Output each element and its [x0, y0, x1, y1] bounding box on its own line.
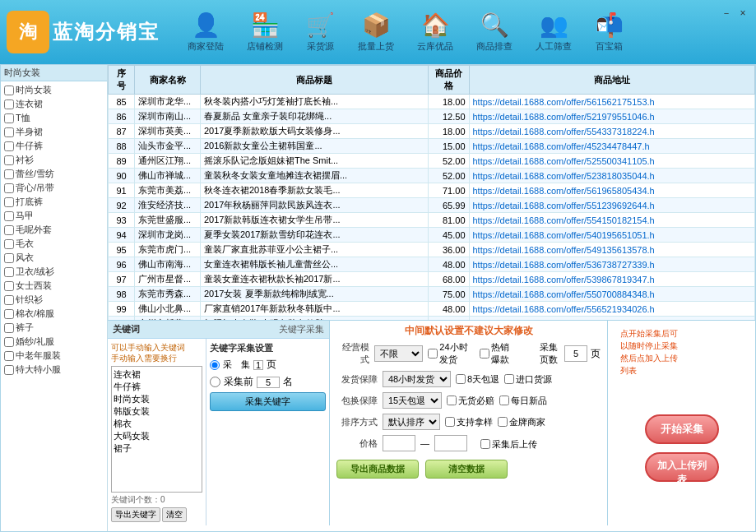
cat-label-chenshan[interactable]: 衬衫	[16, 154, 34, 166]
table-row[interactable]: 98 东莞市秀森... 2017女装 夏季新款纯棉制绒宽... 75.00 ht…	[109, 287, 755, 302]
nav-source[interactable]: 🛒 采货源	[295, 8, 346, 56]
pre-collect-count-input[interactable]	[257, 377, 280, 388]
label-collect-after-upload[interactable]: 采集后上传	[492, 438, 537, 451]
cat-checkbox-nvxizhuang[interactable]	[4, 281, 14, 291]
cat-label-nvxizhuang[interactable]: 女士西装	[16, 280, 52, 292]
cat-checkbox-hunsha[interactable]	[4, 337, 14, 347]
radio-pre-collect[interactable]	[210, 377, 220, 387]
cat-checkbox-leisi[interactable]	[4, 169, 14, 179]
cat-label-mianyi[interactable]: 棉衣/棉服	[16, 308, 54, 320]
label-8days[interactable]: 8天包退	[467, 373, 499, 386]
clear-keyword-button[interactable]: 清空	[162, 507, 187, 522]
table-wrapper[interactable]: 序号 商家名称 商品标题 商品价格 商品地址 85 深圳市龙华... 秋冬装内搭…	[108, 65, 755, 320]
checkbox-noreason[interactable]	[447, 396, 457, 405]
add-upload-button[interactable]: 加入上传列表	[645, 452, 719, 482]
cat-checkbox-mianyi[interactable]	[4, 309, 14, 319]
table-row[interactable]: 94 深圳市龙岗... 夏季女装2017新款雪纺印花连衣... 45.00 ht…	[109, 228, 755, 243]
table-row[interactable]: 91 东莞市美荔... 秋冬连衣裙2018春季新款女装毛... 71.00 ht…	[109, 183, 755, 198]
cat-checkbox-chenshan[interactable]	[4, 155, 14, 165]
radio-collect[interactable]	[210, 360, 220, 370]
cat-label-kuzi[interactable]: 裤子	[16, 322, 34, 334]
cat-checkbox-tedaoxiaof[interactable]	[4, 365, 14, 375]
cat-checkbox-fengyi[interactable]	[4, 253, 14, 263]
label-dailynew[interactable]: 每日新品	[511, 395, 547, 407]
cat-label-dadioku[interactable]: 打底裤	[16, 196, 43, 208]
cat-label-tshirt[interactable]: T恤	[16, 112, 30, 124]
export-data-button[interactable]: 导出商品数据	[336, 460, 419, 479]
cat-checkbox-weiyi[interactable]	[4, 267, 14, 277]
cat-label-weiyi[interactable]: 卫衣/绒衫	[16, 266, 54, 278]
nav-merchant-login[interactable]: 👤 商家登陆	[176, 8, 235, 56]
cat-checkbox-maoni[interactable]	[4, 225, 14, 235]
table-row[interactable]: 87 深圳市英美... 2017夏季新款欧版大码女装修身... 18.00 ht…	[109, 124, 755, 139]
nav-shop-check[interactable]: 🏪 店铺检测	[235, 8, 295, 56]
table-row[interactable]: 88 汕头市金平... 2016新款女童公主裙韩国童... 15.00 http…	[109, 139, 755, 154]
table-row[interactable]: 95 东莞市虎门... 童装厂家直批苏菲亚小公主裙子... 36.00 http…	[109, 243, 755, 257]
nav-baibaoxiang[interactable]: 📬 百宝箱	[583, 8, 635, 56]
cat-label-niuzaiku[interactable]: 牛仔裤	[16, 140, 43, 152]
nav-product-rank[interactable]: 🔍 商品排查	[465, 8, 524, 56]
checkbox-gold[interactable]	[498, 417, 508, 427]
nav-cloud-best[interactable]: 🏠 云库优品	[406, 8, 465, 56]
minimize-button[interactable]: －	[720, 7, 733, 20]
cat-label-maoni[interactable]: 毛呢外套	[16, 224, 52, 236]
clear-data-button[interactable]: 清空数据	[425, 460, 508, 479]
table-row[interactable]: 85 深圳市龙华... 秋冬装内搭小巧灯笼袖打底长袖... 18.00 http…	[109, 95, 755, 109]
table-row[interactable]: 92 淮安经济技... 2017年秋杨丽萍同款民族风连衣... 65.99 ht…	[109, 198, 755, 213]
table-row[interactable]: 96 佛山市南海... 女童连衣裙韩版长袖儿童蕾丝公... 48.00 http…	[109, 257, 755, 272]
cat-label-maoyi[interactable]: 毛衣	[16, 238, 34, 250]
cat-checkbox-maoyi[interactable]	[4, 239, 14, 249]
cat-label-tedaoxiaof[interactable]: 特大特小服	[16, 363, 61, 376]
label-24h[interactable]: 24小时发货	[439, 341, 475, 366]
nav-manual-check[interactable]: 👥 人工筛查	[524, 8, 583, 56]
table-row[interactable]: 90 佛山市禅城... 童装秋冬女装女童地摊连衣裙摆眉... 52.00 htt…	[109, 169, 755, 183]
checkbox-hotsale[interactable]	[480, 349, 489, 359]
keyword-input[interactable]: 连衣裙 牛仔裤 时尚女装 韩版女装 棉衣 大码女装 裙子	[111, 366, 202, 493]
checkbox-import[interactable]	[504, 374, 514, 384]
cat-label-zhenzhishan[interactable]: 针织衫	[16, 294, 43, 306]
collect-pages-input[interactable]	[253, 360, 263, 370]
cat-checkbox-dadioku[interactable]	[4, 197, 14, 207]
nav-batch-upload[interactable]: 📦 批量上货	[346, 8, 406, 56]
label-noreason[interactable]: 无货必赔	[458, 395, 494, 407]
cat-checkbox-lianyiqun[interactable]	[4, 99, 14, 109]
cat-label-banshenkun[interactable]: 半身裙	[16, 126, 43, 138]
price-to-input[interactable]	[434, 435, 467, 451]
table-row[interactable]: 93 东莞世盛服... 2017新款韩版连衣裙女学生吊带... 81.00 ht…	[109, 213, 755, 228]
cat-checkbox-beixin[interactable]	[4, 183, 14, 193]
sort-select[interactable]: 默认排序 价格升序 价格降序	[383, 414, 440, 430]
checkbox-sample[interactable]	[445, 417, 455, 427]
cat-label-leisi[interactable]: 蕾丝/雪纺	[16, 168, 54, 180]
page-count-input[interactable]	[564, 345, 587, 362]
cat-checkbox-niuzaiku[interactable]	[4, 141, 14, 151]
price-from-input[interactable]	[383, 435, 415, 451]
cat-label-fengyi[interactable]: 风衣	[16, 252, 34, 264]
close-button[interactable]: ×	[736, 7, 749, 20]
label-hotsale[interactable]: 热销爆款	[491, 341, 518, 366]
cat-label-hunsha[interactable]: 婚纱/礼服	[16, 335, 54, 348]
replace-select[interactable]: 15天包退 30天 不限	[383, 392, 442, 409]
cat-checkbox-zhenzhishan[interactable]	[4, 295, 14, 305]
cat-checkbox-majia[interactable]	[4, 211, 14, 221]
cat-label-lianyiqun[interactable]: 连衣裙	[16, 98, 43, 110]
cat-checkbox-zhonglaonian[interactable]	[4, 351, 14, 361]
table-row[interactable]: 86 深圳市南山... 春夏新品 女童亲子装印花绑绳... 12.50 http…	[109, 109, 755, 124]
cat-label-majia[interactable]: 马甲	[16, 210, 34, 222]
cat-label-beixin[interactable]: 背心/吊带	[16, 182, 54, 194]
cat-checkbox-timeshan[interactable]	[4, 86, 14, 95]
checkbox-24h[interactable]	[428, 349, 438, 359]
table-row[interactable]: 89 通州区江翔... 摇滚乐队记念版姐妹裙The Smit... 52.00 …	[109, 154, 755, 169]
cat-label-timeshan[interactable]: 时尚女装	[16, 84, 52, 96]
checkbox-dailynew[interactable]	[499, 396, 509, 405]
label-import[interactable]: 进口货源	[516, 373, 552, 386]
cat-label-zhonglaonian[interactable]: 中老年服装	[16, 349, 61, 362]
start-collect-button[interactable]: 开始采集	[645, 414, 719, 444]
export-keyword-button[interactable]: 导出关键字	[111, 507, 160, 522]
checkbox-8days[interactable]	[456, 374, 466, 384]
label-sample[interactable]: 支持拿样	[457, 416, 493, 428]
checkbox-collect-after-upload[interactable]	[480, 439, 490, 449]
bizmode-select[interactable]: 不限 厂家 贸易商	[374, 345, 423, 362]
table-row[interactable]: 97 广州市星督... 童装女童连衣裙秋款长袖2017新... 68.00 ht…	[109, 272, 755, 287]
cat-checkbox-kuzi[interactable]	[4, 323, 14, 333]
delivery-select[interactable]: 48小时发货 24小时 不限	[383, 371, 451, 387]
